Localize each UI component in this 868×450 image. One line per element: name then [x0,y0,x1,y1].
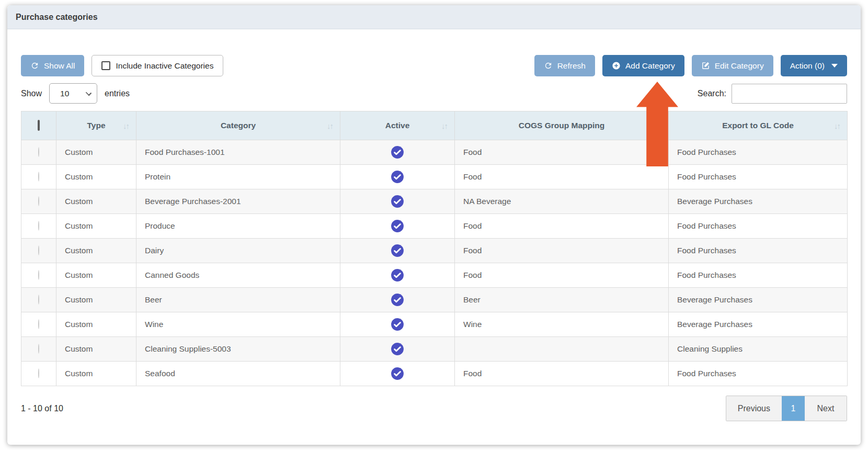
table-row[interactable]: Custom Seafood Food Food Purchases [21,362,848,386]
column-header-active[interactable]: Active ↓↑ [340,111,455,140]
row-radio-button[interactable] [38,221,39,231]
category-value: Protein [145,172,170,181]
refresh-button[interactable]: Refresh [534,55,595,76]
table-row[interactable]: Custom Dairy Food Food Purchases [21,239,848,263]
chevron-down-icon [831,64,838,68]
toolbar-left: Show All Include Inactive Categories [21,55,223,76]
cogs-group-value: Food [463,172,482,181]
show-all-button[interactable]: Show All [21,55,84,76]
category-cell: Protein [136,165,340,189]
table-header: Type ↓↑ Category ↓↑ Active ↓↑ COGS Gro [21,111,848,140]
category-value: Produce [145,221,175,230]
gl-code-cell: Beverage Purchases [669,312,848,337]
category-cell: Dairy [136,239,340,263]
active-cell [340,263,455,288]
checkbox-icon[interactable] [101,61,110,70]
refresh-icon [30,61,39,70]
active-check-icon [391,170,404,184]
column-header-cogs-group[interactable]: COGS Group Mapping ↓↑ [455,111,669,140]
column-header-category[interactable]: Category ↓↑ [136,111,340,140]
table-row[interactable]: Custom Produce Food Food Purchases [21,214,848,239]
gl-code-cell: Cleaning Supplies [669,337,848,362]
gl-code-value: Beverage Purchases [677,320,752,329]
category-cell: Beer [136,288,340,312]
active-check-icon [391,342,404,356]
category-value: Beverage Purchases-2001 [145,197,241,206]
gl-code-value: Food Purchases [677,172,736,181]
gl-code-cell: Food Purchases [669,362,848,386]
select-all-checkbox[interactable] [38,120,40,131]
sort-icon[interactable]: ↓↑ [834,121,840,130]
table-row[interactable]: Custom Wine Wine Beverage Purchases [21,312,848,337]
gl-code-value: Beverage Purchases [677,295,752,304]
column-header-gl-code[interactable]: Export to GL Code ↓↑ [669,111,848,140]
table-row[interactable]: Custom Protein Food Food Purchases [21,165,848,189]
row-radio-button[interactable] [38,245,39,255]
cogs-group-value: Food [463,369,482,378]
active-check-icon [391,293,404,307]
gl-code-cell: Food Purchases [669,214,848,239]
table-row[interactable]: Custom Beer Beer Beverage Purchases [21,288,848,312]
active-cell [340,140,455,165]
gl-code-value: Food Purchases [677,246,736,255]
row-radio-button[interactable] [38,368,39,378]
table-row[interactable]: Custom Canned Goods Food Food Purchases [21,263,848,288]
previous-page-button[interactable]: Previous [726,396,782,421]
sort-icon[interactable]: ↓↑ [441,121,447,130]
row-radio-button[interactable] [38,344,39,354]
page-1-button[interactable]: 1 [782,396,805,421]
page-size-select[interactable]: 10 [49,83,97,104]
row-radio-button[interactable] [38,319,39,329]
gl-code-cell: Beverage Purchases [669,288,848,312]
select-all-header [21,111,56,140]
row-select-cell [21,362,56,386]
column-label: Type [87,121,105,130]
cogs-group-value: Food [463,246,482,255]
cogs-group-value: Beer [463,295,481,304]
active-cell [340,239,455,263]
cogs-group-value: Food [463,148,482,156]
next-page-button[interactable]: Next [805,396,847,421]
table-row[interactable]: Custom Cleaning Supplies-5003 Cleaning S… [21,337,848,362]
edit-category-button[interactable]: Edit Category [692,55,773,76]
toolbar-right: Refresh Add Category Edit Category [534,55,847,76]
toolbar: Show All Include Inactive Categories Ref… [21,55,847,76]
category-value: Wine [145,320,163,329]
active-check-icon [391,195,404,208]
type-value: Custom [65,172,93,181]
row-radio-button[interactable] [38,172,39,182]
gl-code-cell: Food Purchases [669,140,848,165]
search-input[interactable] [732,84,847,104]
action-dropdown-button[interactable]: Action (0) [781,55,847,76]
table-row[interactable]: Custom Beverage Purchases-2001 NA Bevera… [21,189,848,214]
sort-icon[interactable]: ↓↑ [655,121,661,130]
cogs-group-cell: Beer [455,288,669,312]
category-cell: Food Purchases-1001 [136,140,340,165]
gl-code-value: Cleaning Supplies [677,344,743,353]
type-value: Custom [65,221,93,230]
category-value: Dairy [145,246,164,255]
active-cell [340,165,455,189]
row-radio-button[interactable] [38,196,39,206]
row-radio-button[interactable] [38,147,39,157]
row-select-cell [21,312,56,337]
cogs-group-cell: Food [455,239,669,263]
column-header-type[interactable]: Type ↓↑ [56,111,136,140]
include-inactive-toggle[interactable]: Include Inactive Categories [92,55,223,76]
type-cell: Custom [56,165,136,189]
plus-circle-icon [612,61,621,70]
add-category-button[interactable]: Add Category [602,55,684,76]
table-row[interactable]: Custom Food Purchases-1001 Food Food Pur… [21,140,848,165]
row-radio-button[interactable] [38,295,39,305]
header-row: Type ↓↑ Category ↓↑ Active ↓↑ COGS Gro [21,111,848,140]
cogs-group-value: Food [463,271,482,279]
sort-icon[interactable]: ↓↑ [123,121,129,130]
sort-icon[interactable]: ↓↑ [327,121,333,130]
category-value: Seafood [145,369,175,378]
cogs-group-cell: NA Beverage [455,189,669,214]
page-size-select-wrap: 10 [49,83,97,104]
type-cell: Custom [56,362,136,386]
row-select-cell [21,140,56,165]
row-radio-button[interactable] [38,270,39,280]
category-cell: Produce [136,214,340,239]
